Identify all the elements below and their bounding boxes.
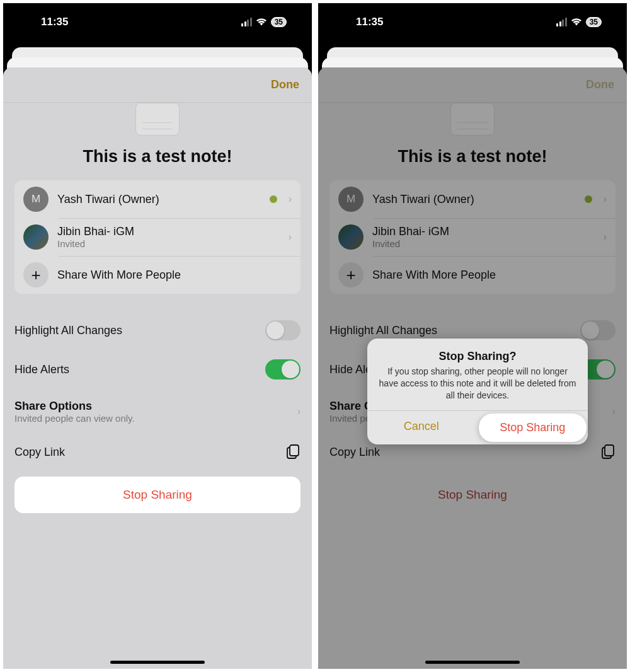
stop-sharing-button[interactable]: Stop Sharing xyxy=(14,477,301,513)
phone-left: 11:35 35 Done This is a test note! M Yas… xyxy=(3,3,312,669)
alert-title: Stop Sharing? xyxy=(377,350,578,363)
hide-alerts-label: Hide Alerts xyxy=(14,363,69,376)
alert-message: If you stop sharing, other people will n… xyxy=(377,366,578,402)
person-invited-row[interactable]: Jibin Bhai- iGM Invited › xyxy=(14,218,301,256)
highlight-changes-toggle[interactable] xyxy=(265,320,301,340)
copy-link-row[interactable]: Copy Link xyxy=(14,441,301,477)
status-time: 11:35 xyxy=(41,16,68,28)
alert-cancel-button[interactable]: Cancel xyxy=(367,411,476,444)
battery-indicator: 35 xyxy=(271,17,287,27)
person-name: Jibin Bhai- iGM xyxy=(57,225,280,238)
highlight-changes-label: Highlight All Changes xyxy=(14,324,122,337)
chevron-right-icon: › xyxy=(289,194,292,205)
copy-icon xyxy=(285,444,301,460)
note-title: This is a test note! xyxy=(14,147,301,166)
status-icons: 35 xyxy=(241,17,287,27)
status-bar: 11:35 35 xyxy=(318,3,627,41)
avatar-photo xyxy=(23,224,49,250)
home-indicator xyxy=(425,661,520,664)
phone-right: 11:35 35 Done This is a test note! M Yas… xyxy=(318,3,627,669)
wifi-icon xyxy=(256,18,267,26)
note-icon xyxy=(135,103,180,136)
person-name: Yash Tiwari (Owner) xyxy=(57,193,261,206)
chevron-right-icon: › xyxy=(297,406,301,417)
people-group: M Yash Tiwari (Owner) › Jibin Bhai- iGM … xyxy=(14,180,301,294)
cellular-signal-icon xyxy=(556,18,567,26)
hide-alerts-row: Hide Alerts xyxy=(14,354,301,393)
status-icons: 35 xyxy=(556,17,602,27)
share-options-row[interactable]: Share Options Invited people can view on… xyxy=(14,393,301,441)
share-more-row[interactable]: + Share With More People xyxy=(14,256,301,294)
presence-dot-icon xyxy=(270,195,277,203)
home-indicator xyxy=(110,661,205,664)
status-time: 11:35 xyxy=(356,16,383,28)
share-options-title: Share Options xyxy=(14,400,135,413)
person-owner-row[interactable]: M Yash Tiwari (Owner) › xyxy=(14,180,301,218)
avatar-initial: M xyxy=(23,187,49,212)
share-more-label: Share With More People xyxy=(57,269,292,282)
person-status: Invited xyxy=(57,238,280,249)
hide-alerts-toggle[interactable] xyxy=(265,359,301,379)
share-options-sub: Invited people can view only. xyxy=(14,413,135,424)
plus-icon: + xyxy=(23,262,49,287)
sheet-stack: Done This is a test note! M Yash Tiwari … xyxy=(3,47,312,669)
wifi-icon xyxy=(571,18,582,26)
battery-indicator: 35 xyxy=(586,17,602,27)
copy-link-label: Copy Link xyxy=(14,446,65,459)
chevron-right-icon: › xyxy=(289,231,292,243)
svg-rect-1 xyxy=(290,445,299,456)
stop-sharing-alert: Stop Sharing? If you stop sharing, other… xyxy=(367,339,588,444)
share-sheet: Done This is a test note! M Yash Tiwari … xyxy=(3,67,312,669)
done-button[interactable]: Done xyxy=(271,78,299,91)
sheet-header: Done xyxy=(3,67,312,103)
status-bar: 11:35 35 xyxy=(3,3,312,41)
alert-confirm-button[interactable]: Stop Sharing xyxy=(478,414,587,442)
cellular-signal-icon xyxy=(241,18,252,26)
sheet-stack: Done This is a test note! M Yash Tiwari … xyxy=(318,47,627,669)
sheet-body: This is a test note! M Yash Tiwari (Owne… xyxy=(3,103,312,669)
highlight-changes-row: Highlight All Changes xyxy=(14,315,301,354)
share-sheet: Done This is a test note! M Yash Tiwari … xyxy=(318,67,627,669)
